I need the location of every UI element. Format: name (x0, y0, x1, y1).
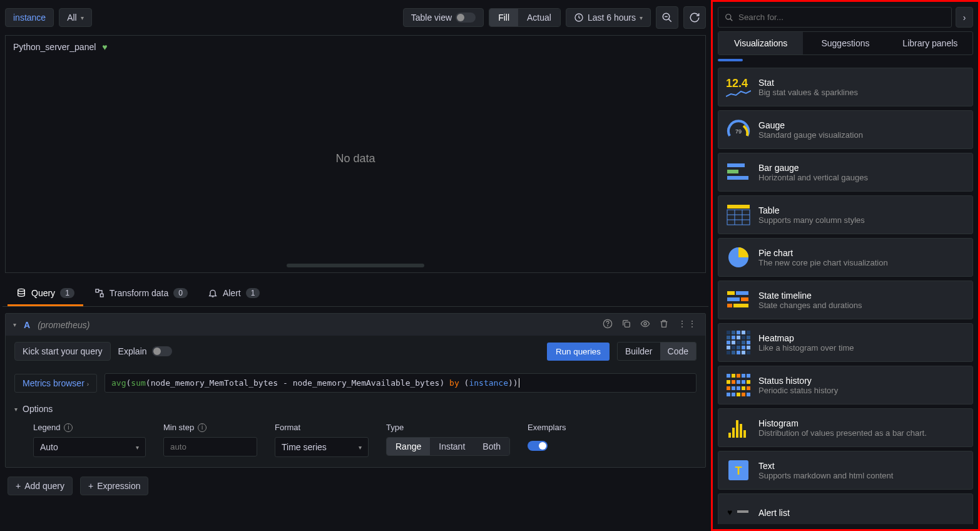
type-range[interactable]: Range (387, 438, 430, 455)
viz-desc: Supports markdown and html content (758, 471, 893, 480)
viz-item-pie[interactable]: Pie chartThe new core pie chart visualiz… (718, 238, 973, 277)
svg-rect-32 (737, 331, 740, 334)
duplicate-query-icon[interactable] (621, 319, 631, 331)
filter-dropdown[interactable]: All▾ (59, 8, 92, 27)
min-step-input[interactable] (163, 437, 257, 456)
viz-item-heatmap[interactable]: HeatmapLike a histogram over time (718, 323, 973, 362)
svg-rect-44 (747, 341, 750, 344)
legend-select[interactable]: Auto▾ (33, 437, 146, 457)
viz-desc: Periodic status history (758, 386, 838, 395)
svg-line-12 (730, 18, 733, 21)
table-view-switch[interactable] (456, 13, 476, 23)
builder-mode[interactable]: Builder (618, 343, 660, 360)
table-view-toggle[interactable]: Table view (403, 8, 484, 27)
svg-rect-68 (742, 386, 745, 390)
viz-item-statush[interactable]: Status historyPeriodic status history (718, 366, 973, 405)
svg-rect-65 (727, 386, 730, 390)
code-mode[interactable]: Code (660, 343, 696, 360)
drag-handle-icon[interactable]: ⋮⋮ (678, 319, 698, 331)
svg-rect-48 (742, 346, 745, 349)
svg-rect-54 (747, 351, 750, 354)
svg-line-3 (668, 19, 671, 22)
viz-item-gauge[interactable]: 79GaugeStandard gauge visualization (718, 110, 973, 149)
tab-visualizations[interactable]: Visualizations (718, 32, 803, 54)
toolbar: instance All▾ Table view Fill Actual Las… (3, 3, 708, 35)
exemplars-toggle[interactable] (528, 441, 548, 451)
svg-rect-76 (732, 428, 735, 438)
svg-rect-61 (732, 380, 735, 384)
svg-point-11 (726, 14, 731, 19)
time-range-picker[interactable]: Last 6 hours ▾ (566, 8, 651, 27)
bargauge-icon (726, 160, 751, 185)
viz-desc: The new core pie chart visualization (758, 258, 888, 267)
statush-icon (726, 373, 751, 398)
svg-rect-51 (732, 351, 735, 354)
zoom-out-button[interactable] (656, 6, 678, 29)
svg-rect-75 (728, 433, 731, 438)
viz-search[interactable] (718, 7, 952, 28)
query-id: A (24, 320, 30, 330)
close-picker-button[interactable]: › (956, 7, 973, 28)
type-instant[interactable]: Instant (430, 438, 474, 455)
collapse-query[interactable]: ▾ (13, 321, 16, 328)
viz-item-table[interactable]: TableSupports many column styles (718, 195, 973, 234)
horizontal-scrollbar[interactable] (287, 264, 424, 267)
viz-item-histogram[interactable]: HistogramDistribution of values presente… (718, 408, 973, 447)
refresh-button[interactable] (683, 6, 706, 29)
fill-button[interactable]: Fill (489, 9, 518, 26)
svg-rect-29 (733, 304, 748, 307)
svg-rect-31 (732, 331, 735, 334)
svg-rect-41 (732, 341, 735, 344)
svg-rect-60 (727, 380, 730, 384)
table-icon (726, 202, 751, 227)
svg-rect-39 (747, 336, 750, 339)
run-queries-button[interactable]: Run queries (547, 343, 610, 361)
svg-rect-67 (737, 386, 740, 390)
add-expression-button[interactable]: + Expression (80, 477, 148, 495)
viz-item-stat[interactable]: 12.4StatBig stat values & sparklines (718, 68, 973, 106)
svg-rect-69 (747, 386, 750, 390)
svg-point-8 (608, 326, 608, 326)
tab-library-panels[interactable]: Library panels (888, 32, 972, 54)
svg-rect-79 (743, 430, 746, 438)
svg-rect-27 (741, 297, 748, 301)
viz-item-text[interactable]: TTextSupports markdown and html content (718, 451, 973, 490)
viz-title: Histogram (758, 418, 927, 428)
svg-rect-58 (742, 374, 745, 378)
info-icon[interactable]: i (198, 423, 207, 432)
kick-start-button[interactable]: Kick start your query (14, 342, 111, 361)
svg-rect-57 (737, 374, 740, 378)
svg-point-4 (18, 289, 25, 291)
svg-rect-34 (747, 331, 750, 334)
query-help-icon[interactable] (603, 319, 613, 331)
viz-item-alertlist[interactable]: ♥Alert list (718, 493, 973, 524)
actual-button[interactable]: Actual (518, 9, 560, 26)
exemplars-label: Exemplars (528, 423, 566, 432)
svg-rect-55 (727, 374, 730, 378)
delete-query-icon[interactable] (659, 319, 669, 331)
tab-query[interactable]: Query1 (8, 282, 83, 306)
metrics-browser-button[interactable]: Metrics browser › (14, 374, 97, 393)
tab-transform[interactable]: Transform data0 (86, 282, 197, 306)
instance-link[interactable]: instance (5, 8, 54, 27)
statetl-icon (726, 287, 751, 312)
viz-item-bargauge[interactable]: Bar gaugeHorizontal and vertical gauges (718, 153, 973, 192)
toggle-visibility-icon[interactable] (640, 319, 650, 331)
tab-alert[interactable]: Alert1 (199, 282, 268, 306)
format-select[interactable]: Time series▾ (275, 437, 369, 457)
type-both[interactable]: Both (474, 438, 509, 455)
add-query-button[interactable]: + Add query (8, 477, 73, 495)
viz-item-statetl[interactable]: State timelineState changes and duration… (718, 281, 973, 319)
svg-rect-9 (625, 322, 630, 327)
tab-suggestions[interactable]: Suggestions (803, 32, 887, 54)
promql-input[interactable]: avg(sum(node_memory_MemTotal_bytes - nod… (105, 373, 697, 393)
info-icon[interactable]: i (64, 423, 73, 432)
svg-rect-5 (96, 289, 99, 292)
explain-toggle[interactable]: Explain (118, 346, 172, 356)
pie-icon (726, 245, 751, 270)
svg-rect-77 (736, 420, 738, 438)
options-toggle[interactable]: ▾Options (6, 399, 705, 419)
svg-rect-70 (727, 393, 730, 396)
svg-rect-26 (727, 297, 740, 301)
viz-title: Gauge (758, 120, 863, 130)
